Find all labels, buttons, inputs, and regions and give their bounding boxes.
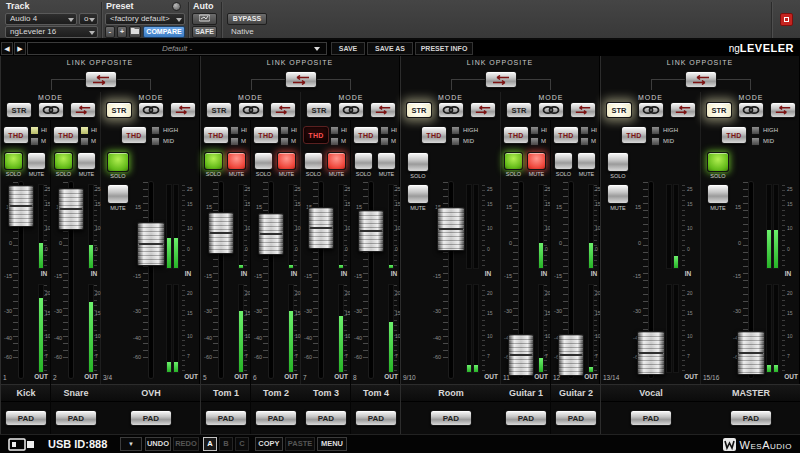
fader-handle[interactable] xyxy=(137,222,165,266)
pad-button[interactable]: PAD xyxy=(555,410,597,426)
high-band-toggle[interactable] xyxy=(380,126,389,135)
preset-next-arrow-button[interactable]: ▶ xyxy=(14,42,26,55)
connection-indicator-icon[interactable] xyxy=(780,13,793,26)
link-opposite-button[interactable] xyxy=(485,71,517,88)
fader-handle[interactable] xyxy=(58,188,84,230)
opposite-link-button[interactable] xyxy=(470,102,496,118)
mid-band-toggle[interactable] xyxy=(651,137,660,146)
channel-link-button[interactable] xyxy=(238,102,264,118)
preset-prev-button[interactable]: - xyxy=(105,26,115,38)
stereo-link-button[interactable]: STR xyxy=(606,102,632,118)
pad-button[interactable]: PAD xyxy=(730,410,772,426)
mute-button[interactable] xyxy=(27,152,46,170)
copy-button[interactable]: COPY xyxy=(255,437,283,451)
preset-knob-icon[interactable] xyxy=(172,2,181,11)
fader-track[interactable] xyxy=(269,182,273,378)
solo-button[interactable] xyxy=(504,152,523,170)
undo-button[interactable]: UNDO xyxy=(145,437,171,451)
track-mode-select[interactable]: o xyxy=(79,13,98,25)
high-band-toggle[interactable] xyxy=(280,126,289,135)
footer-dropdown-button[interactable]: ▼ xyxy=(120,437,142,451)
thd-button[interactable]: THD xyxy=(553,126,579,144)
mute-button[interactable] xyxy=(227,152,246,170)
channel-link-button[interactable] xyxy=(638,102,664,118)
thd-button[interactable]: THD xyxy=(303,126,329,144)
mute-button[interactable] xyxy=(107,184,129,204)
thd-button[interactable]: THD xyxy=(203,126,229,144)
mid-band-toggle[interactable] xyxy=(751,137,760,146)
solo-button[interactable] xyxy=(107,152,129,172)
save-button[interactable]: SAVE xyxy=(331,42,365,55)
pad-button[interactable]: PAD xyxy=(305,410,347,426)
pad-button[interactable]: PAD xyxy=(255,410,297,426)
preset-next-button[interactable]: + xyxy=(117,26,127,38)
fader-handle[interactable] xyxy=(8,185,34,227)
solo-button[interactable] xyxy=(707,152,729,172)
fader-handle[interactable] xyxy=(508,334,534,376)
high-band-toggle[interactable] xyxy=(151,126,160,135)
fader-handle[interactable] xyxy=(637,331,665,375)
pad-button[interactable]: PAD xyxy=(355,410,397,426)
mid-band-toggle[interactable] xyxy=(580,137,589,146)
stereo-link-button[interactable]: STR xyxy=(6,102,32,118)
high-band-toggle[interactable] xyxy=(530,126,539,135)
mute-button[interactable] xyxy=(377,152,396,170)
solo-button[interactable] xyxy=(304,152,323,170)
bypass-button[interactable]: BYPASS xyxy=(227,13,267,25)
high-band-toggle[interactable] xyxy=(30,126,39,135)
mute-button[interactable] xyxy=(707,184,729,204)
opposite-link-button[interactable] xyxy=(70,102,96,118)
redo-button[interactable]: REDO xyxy=(173,437,199,451)
compare-button[interactable]: COMPARE xyxy=(143,26,185,38)
slot-a-button[interactable]: A xyxy=(203,437,217,451)
high-band-toggle[interactable] xyxy=(330,126,339,135)
mid-band-toggle[interactable] xyxy=(451,137,460,146)
preset-name-dropdown[interactable]: Default - xyxy=(27,42,327,55)
plugin-select[interactable]: ngLeveler 16 xyxy=(5,26,98,38)
stereo-link-button[interactable]: STR xyxy=(306,102,332,118)
opposite-link-button[interactable] xyxy=(770,102,796,118)
thd-button[interactable]: THD xyxy=(421,126,447,144)
mute-button[interactable] xyxy=(577,152,596,170)
high-band-toggle[interactable] xyxy=(230,126,239,135)
pad-button[interactable]: PAD xyxy=(55,410,97,426)
opposite-link-button[interactable] xyxy=(670,102,696,118)
mid-band-toggle[interactable] xyxy=(380,137,389,146)
mid-band-toggle[interactable] xyxy=(30,137,39,146)
solo-button[interactable] xyxy=(607,152,629,172)
mute-button[interactable] xyxy=(277,152,296,170)
link-opposite-button[interactable] xyxy=(285,71,317,88)
channel-link-button[interactable] xyxy=(138,102,164,118)
high-band-toggle[interactable] xyxy=(751,126,760,135)
slot-b-button[interactable]: B xyxy=(219,437,233,451)
mid-band-toggle[interactable] xyxy=(230,137,239,146)
solo-button[interactable] xyxy=(54,152,73,170)
pad-button[interactable]: PAD xyxy=(430,410,472,426)
high-band-toggle[interactable] xyxy=(651,126,660,135)
thd-button[interactable]: THD xyxy=(621,126,647,144)
opposite-link-button[interactable] xyxy=(270,102,296,118)
stereo-link-button[interactable]: STR xyxy=(206,102,232,118)
solo-button[interactable] xyxy=(407,152,429,172)
safe-button[interactable]: SAFE xyxy=(192,26,217,38)
menu-button[interactable]: MENU xyxy=(317,437,347,451)
fader-track[interactable] xyxy=(149,182,153,378)
fader-handle[interactable] xyxy=(737,331,765,375)
pad-button[interactable]: PAD xyxy=(5,410,47,426)
channel-link-button[interactable] xyxy=(438,102,464,118)
stereo-link-button[interactable]: STR xyxy=(406,102,432,118)
fader-handle[interactable] xyxy=(258,213,284,255)
mid-band-toggle[interactable] xyxy=(151,137,160,146)
link-opposite-button[interactable] xyxy=(85,71,117,88)
slot-c-button[interactable]: C xyxy=(235,437,249,451)
stereo-link-button[interactable]: STR xyxy=(706,102,732,118)
stereo-link-button[interactable]: STR xyxy=(106,102,132,118)
fader-handle[interactable] xyxy=(558,334,584,376)
preset-select[interactable]: <factory default> xyxy=(105,13,185,25)
opposite-link-button[interactable] xyxy=(570,102,596,118)
mid-band-toggle[interactable] xyxy=(530,137,539,146)
fader-handle[interactable] xyxy=(437,207,465,251)
thd-button[interactable]: THD xyxy=(503,126,529,144)
mid-band-toggle[interactable] xyxy=(330,137,339,146)
pad-button[interactable]: PAD xyxy=(130,410,172,426)
